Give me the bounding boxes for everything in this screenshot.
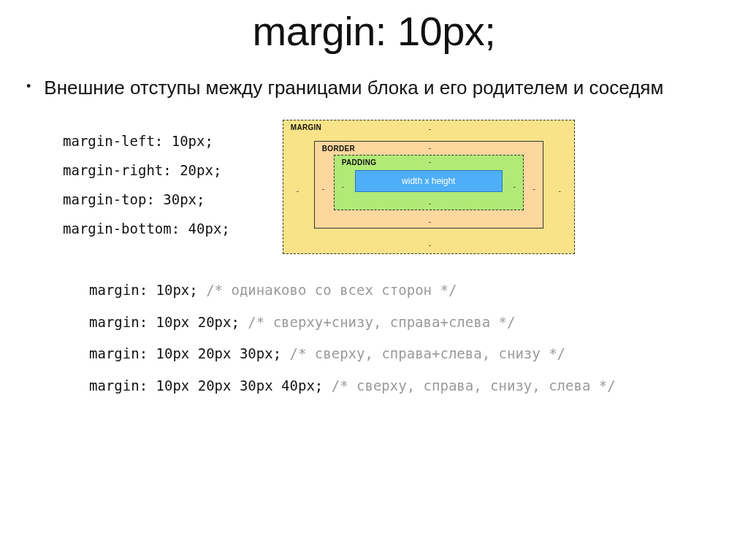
box-model-border: BORDER - - - - PADDING - - - - width x bbox=[314, 141, 543, 229]
margin-label: MARGIN bbox=[291, 123, 321, 131]
code-line: margin-right: 20px; bbox=[63, 156, 230, 185]
code-line: margin-left: 10px; bbox=[63, 127, 230, 156]
box-model-content: width x height bbox=[355, 170, 503, 192]
padding-label: PADDING bbox=[342, 158, 376, 166]
page-title: margin: 10px; bbox=[0, 0, 748, 75]
border-label: BORDER bbox=[322, 145, 355, 153]
shorthand-line: margin: 10px 20px; /* сверху+снизу, спра… bbox=[89, 307, 748, 339]
shorthand-line: margin: 10px; /* одинаково со всех сторо… bbox=[89, 275, 748, 307]
longhand-code-block: margin-left: 10px; margin-right: 20px; m… bbox=[63, 127, 230, 244]
box-model-margin: MARGIN - - - - BORDER - - - - PADDING - bbox=[283, 120, 575, 254]
content-label: width x height bbox=[402, 176, 455, 186]
bullet-text: Внешние отступы между границами блока и … bbox=[44, 75, 663, 101]
box-model-padding: PADDING - - - - width x height bbox=[334, 155, 524, 210]
shorthand-line: margin: 10px 20px 30px 40px; /* сверху, … bbox=[89, 370, 748, 402]
shorthand-code-block: margin: 10px; /* одинаково со всех сторо… bbox=[26, 275, 748, 402]
bullet-dot-icon: • bbox=[26, 77, 31, 95]
code-line: margin-top: 30px; bbox=[63, 185, 230, 215]
box-model-diagram: MARGIN - - - - BORDER - - - - PADDING - bbox=[283, 120, 575, 254]
bullet-block: • Внешние отступы между границами блока … bbox=[26, 75, 748, 101]
shorthand-line: margin: 10px 20px 30px; /* сверху, справ… bbox=[89, 338, 748, 370]
code-line: margin-bottom: 40px; bbox=[63, 215, 230, 244]
